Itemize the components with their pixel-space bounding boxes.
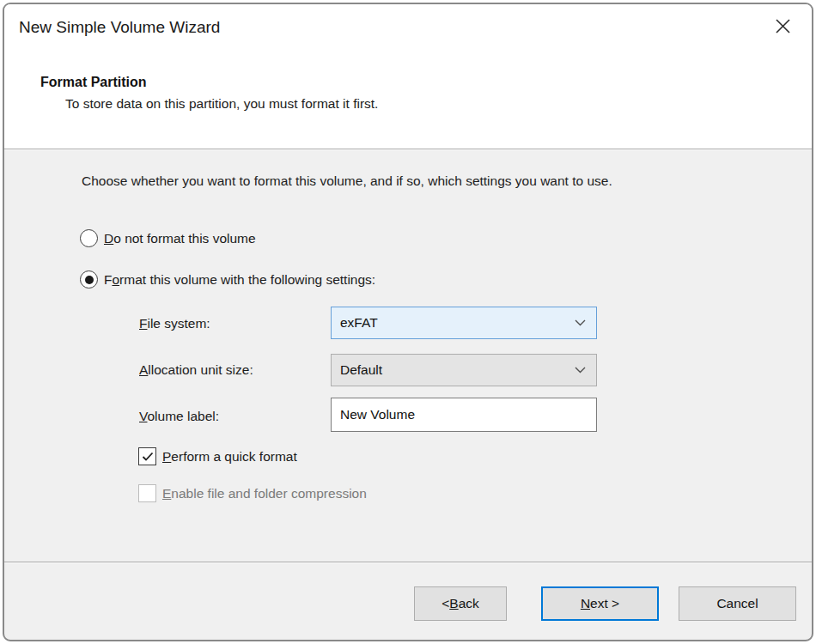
close-icon (775, 18, 791, 34)
radio-format-volume[interactable]: Format this volume with the following se… (80, 270, 375, 289)
check-icon (142, 452, 154, 462)
radio-dot (85, 276, 94, 284)
file-system-label: File system: (139, 314, 210, 332)
new-simple-volume-wizard-dialog: New Simple Volume Wizard Format Partitio… (3, 3, 813, 641)
page-subtitle: To store data on this partition, you mus… (65, 94, 378, 112)
file-system-dropdown[interactable]: exFAT (331, 307, 597, 339)
checkbox-unchecked-icon (138, 484, 156, 502)
chevron-down-icon (575, 367, 586, 374)
window-title: New Simple Volume Wizard (19, 16, 220, 39)
radio-selected-icon (80, 270, 98, 289)
volume-label-input[interactable] (331, 398, 597, 432)
wizard-header-band: New Simple Volume Wizard Format Partitio… (4, 4, 812, 149)
radio-format-volume-label: Format this volume with the following se… (104, 270, 375, 289)
quick-format-label: Perform a quick format (162, 447, 297, 465)
radio-do-not-format-label: Do not format this volume (104, 229, 256, 247)
allocation-unit-size-label: Allocation unit size: (139, 361, 253, 379)
compression-checkbox: Enable file and folder compression (138, 484, 367, 502)
footer-separator (4, 562, 812, 563)
header-separator (4, 149, 812, 150)
compression-label: Enable file and folder compression (162, 484, 367, 502)
allocation-unit-size-value: Default (340, 362, 575, 378)
radio-unselected-icon (80, 229, 98, 247)
checkbox-checked-icon (138, 447, 156, 465)
radio-do-not-format[interactable]: Do not format this volume (80, 229, 256, 247)
file-system-value: exFAT (340, 315, 575, 331)
volume-label-label: Volume label: (139, 407, 219, 425)
instruction-text: Choose whether you want to format this v… (82, 172, 612, 190)
next-button[interactable]: Next > (541, 586, 659, 621)
close-button[interactable] (767, 10, 798, 41)
quick-format-checkbox[interactable]: Perform a quick format (138, 447, 297, 465)
allocation-unit-size-dropdown[interactable]: Default (331, 354, 597, 386)
chevron-down-icon (575, 319, 586, 326)
cancel-button[interactable]: Cancel (679, 586, 796, 621)
page-title: Format Partition (40, 73, 147, 91)
back-button[interactable]: < Back (414, 586, 507, 621)
